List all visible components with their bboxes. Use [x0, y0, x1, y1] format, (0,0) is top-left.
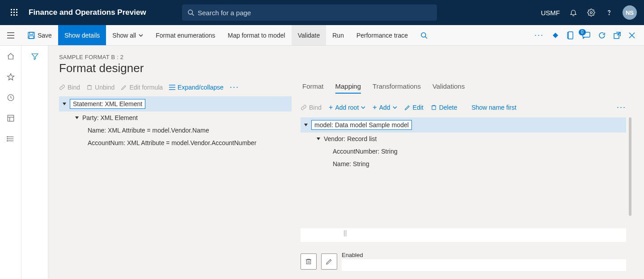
app-title: Finance and Operations Preview: [29, 8, 146, 17]
edit-formula-button[interactable]: Edit formula: [121, 84, 163, 91]
tree-row-party[interactable]: Party: XML Element: [72, 112, 292, 124]
enabled-label: Enabled: [342, 252, 626, 258]
show-details-label: Show details: [64, 32, 100, 39]
svg-rect-18: [29, 36, 34, 39]
chevron-down-icon: [139, 34, 143, 37]
show-details-button[interactable]: Show details: [58, 25, 106, 45]
tree-row-account-number[interactable]: AccountNumber: String: [329, 145, 626, 158]
overflow-button[interactable]: ···: [534, 30, 544, 40]
action-search-button[interactable]: [414, 25, 434, 45]
scrollbar[interactable]: [629, 117, 631, 216]
expand-collapse-button[interactable]: Expand/collapse: [169, 84, 224, 91]
svg-rect-36: [88, 86, 91, 89]
edit-detail-button[interactable]: [321, 253, 337, 270]
help-icon[interactable]: [605, 8, 614, 17]
search-input[interactable]: [198, 9, 432, 17]
edit-label: Edit: [413, 104, 424, 111]
caret-icon[interactable]: [304, 124, 308, 126]
avatar[interactable]: NS: [623, 5, 637, 20]
attachment-icon[interactable]: [552, 32, 559, 39]
save-label: Save: [38, 32, 52, 39]
mapping-toolbar: Bind + Add root + Add Edit: [301, 103, 626, 117]
tree-label: AccountNum: XML Attribute = model.Vendor…: [88, 139, 256, 146]
tree-row-account-attr[interactable]: AccountNum: XML Attribute = model.Vendor…: [84, 137, 292, 149]
delete-button[interactable]: Delete: [431, 104, 457, 111]
tab-format[interactable]: Format: [302, 82, 324, 94]
trash-icon: [431, 104, 437, 111]
performance-trace-label: Performance trace: [356, 32, 408, 39]
link-icon: [59, 84, 65, 90]
caret-icon[interactable]: [75, 116, 79, 119]
show-all-label: Show all: [112, 32, 136, 39]
history-icon[interactable]: [6, 93, 15, 102]
enabled-input[interactable]: [342, 259, 626, 271]
main-panel: SAMPLE FORMAT B : 2 Format designer Bind…: [48, 46, 644, 279]
gear-icon[interactable]: [587, 8, 596, 17]
show-name-first-button[interactable]: Show name first: [471, 104, 516, 111]
filter-column: [21, 46, 48, 279]
star-icon[interactable]: [6, 73, 15, 82]
message-icon[interactable]: 0: [582, 32, 590, 39]
filter-icon[interactable]: [30, 52, 39, 61]
office-icon[interactable]: [567, 31, 574, 39]
bell-icon[interactable]: [569, 8, 578, 17]
pencil-icon: [121, 84, 127, 90]
plus-icon: +: [373, 103, 377, 112]
tree-row-name-attr[interactable]: Name: XML Attribute = model.Vendor.Name: [84, 124, 292, 137]
close-icon[interactable]: [629, 32, 635, 39]
popout-icon[interactable]: [614, 32, 621, 39]
svg-point-33: [7, 137, 8, 137]
workspace-icon[interactable]: [6, 114, 15, 123]
search-box[interactable]: [182, 4, 437, 21]
caret-icon[interactable]: [317, 137, 320, 140]
home-icon[interactable]: [6, 52, 15, 61]
bind-button-right[interactable]: Bind: [301, 104, 322, 111]
hamburger-button[interactable]: [0, 25, 21, 45]
tree-label: Statement: XML Element: [70, 99, 145, 109]
edit-button[interactable]: Edit: [404, 104, 424, 111]
save-button[interactable]: Save: [21, 25, 58, 45]
trash-icon: [305, 258, 312, 265]
show-all-button[interactable]: Show all: [106, 25, 149, 45]
detail-input[interactable]: [301, 228, 626, 242]
tree-row-model[interactable]: model: Data model Sample model: [301, 117, 626, 133]
unbind-button[interactable]: Unbind: [86, 84, 114, 91]
add-root-button[interactable]: + Add root: [329, 103, 365, 112]
pencil-icon: [326, 258, 333, 265]
map-format-label: Map format to model: [228, 32, 285, 39]
svg-rect-3: [11, 12, 12, 13]
header-right: USMF NS: [541, 5, 641, 20]
refresh-icon[interactable]: [598, 32, 606, 39]
performance-trace-button[interactable]: Performance trace: [350, 25, 414, 45]
run-button[interactable]: Run: [326, 25, 350, 45]
splitter-handle[interactable]: ||: [343, 229, 347, 236]
tree-row-vendor[interactable]: Vendor: Record list: [313, 133, 626, 145]
caret-icon[interactable]: [63, 103, 66, 105]
tab-validations[interactable]: Validations: [432, 82, 465, 94]
add-button[interactable]: + Add: [373, 103, 397, 112]
validate-button[interactable]: Validate: [292, 25, 326, 45]
modules-icon[interactable]: [6, 134, 15, 143]
edit-formula-label: Edit formula: [129, 84, 163, 91]
map-format-button[interactable]: Map format to model: [221, 25, 291, 45]
entity-label[interactable]: USMF: [541, 9, 560, 17]
tree-label: Party: XML Element: [82, 114, 138, 121]
tab-mapping[interactable]: Mapping: [335, 82, 361, 94]
list-icon: [169, 85, 175, 90]
svg-rect-41: [306, 260, 310, 264]
waffle-icon[interactable]: [4, 2, 25, 23]
bind-label: Bind: [68, 84, 80, 91]
format-enumerations-button[interactable]: Format enumerations: [149, 25, 221, 45]
chevron-down-icon: [361, 106, 365, 109]
tab-transformations[interactable]: Transformations: [373, 82, 421, 94]
svg-point-35: [7, 141, 8, 142]
pencil-icon: [404, 104, 411, 111]
top-header: Finance and Operations Preview USMF NS: [0, 0, 644, 25]
search-icon: [187, 9, 194, 16]
format-overflow[interactable]: ···: [230, 82, 239, 92]
bind-button[interactable]: Bind: [59, 84, 80, 91]
tree-row-name[interactable]: Name: String: [329, 158, 626, 170]
tree-row-statement[interactable]: Statement: XML Element: [59, 96, 292, 112]
delete-detail-button[interactable]: [301, 253, 317, 270]
mapping-overflow[interactable]: ···: [617, 103, 626, 112]
